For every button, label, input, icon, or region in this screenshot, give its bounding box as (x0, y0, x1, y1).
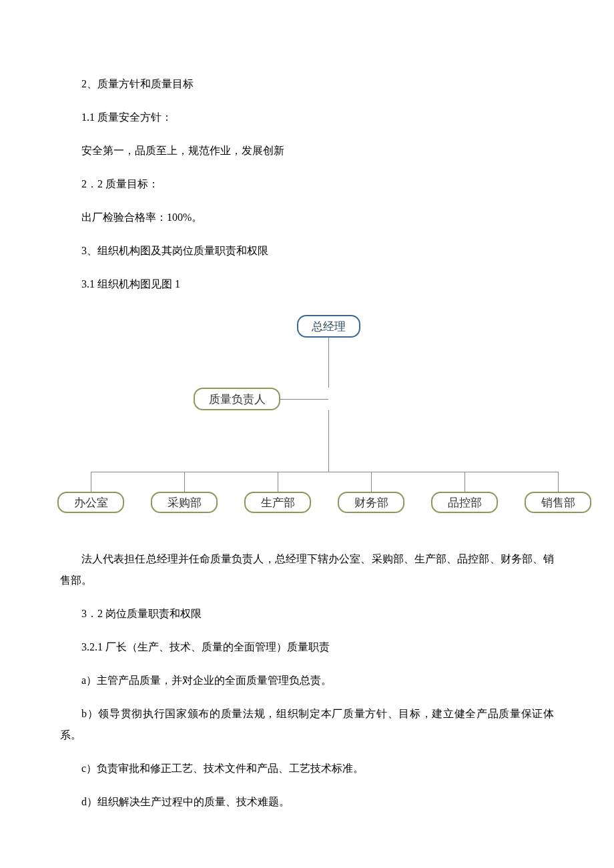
subsection-3-2-1: 3.2.1 厂长（生产、技术、质量的全面管理）质量职责 (60, 636, 554, 658)
org-label: 办公室 (74, 495, 108, 510)
org-label: 采购部 (168, 495, 202, 510)
org-connector (91, 472, 558, 472)
policy-text: 安全第一，品质至上，规范作业，发展创新 (60, 140, 554, 161)
subsection-3-2: 3．2 岗位质量职责和权限 (60, 603, 554, 624)
org-connector (280, 399, 328, 400)
org-label: 总经理 (312, 319, 346, 334)
org-node-qc: 品控部 (431, 492, 498, 513)
subsection-1-1: 1.1 质量安全方针： (60, 107, 554, 128)
org-description: 法人代表担任总经理并任命质量负责人，总经理下辖办公室、采购部、生产部、品控部、财… (60, 548, 554, 591)
duty-b: b）领导贯彻执行国家颁布的质量法规，组织制定本厂质量方针、目标，建立健全产品质量… (60, 703, 554, 746)
org-connector (328, 338, 329, 388)
org-label: 质量负责人 (209, 392, 266, 407)
org-label: 生产部 (261, 495, 295, 510)
org-node-office: 办公室 (57, 492, 124, 513)
org-label: 品控部 (448, 495, 482, 510)
org-connector (558, 472, 559, 492)
duty-a: a）主管产品质量，并对企业的全面质量管理负总责。 (60, 670, 554, 691)
duty-c: c）负责审批和修正工艺、技术文件和产品、工艺技术标准。 (60, 758, 554, 779)
org-chart: 总经理 质量负责人 办公室 采购部 生产部 财务部 (60, 315, 581, 528)
section-heading-2: 2、质量方针和质量目标 (60, 73, 554, 95)
org-node-quality-leader: 质量负责人 (194, 388, 280, 410)
org-connector (371, 472, 372, 492)
org-node-general-manager: 总经理 (297, 315, 360, 338)
org-node-sales: 销售部 (525, 492, 591, 513)
org-node-production: 生产部 (244, 492, 311, 513)
org-connector (91, 472, 91, 492)
org-node-purchasing: 采购部 (151, 492, 218, 513)
document-page: 2、质量方针和质量目标 1.1 质量安全方针： 安全第一，品质至上，规范作业，发… (0, 0, 614, 865)
org-node-finance: 财务部 (338, 492, 404, 513)
org-connector (184, 472, 185, 492)
org-connector (465, 472, 465, 492)
duty-d: d）组织解决生产过程中的质量、技术难题。 (60, 791, 554, 813)
org-label: 销售部 (541, 495, 575, 510)
org-connector (328, 410, 329, 472)
subsection-2-2: 2．2 质量目标： (60, 173, 554, 195)
org-label: 财务部 (354, 495, 388, 510)
section-heading-3: 3、组织机构图及其岗位质量职责和权限 (60, 240, 554, 262)
quality-target: 出厂检验合格率：100%。 (60, 207, 554, 228)
subsection-3-1: 3.1 组织机构图见图 1 (60, 274, 554, 295)
org-connector (278, 472, 278, 492)
